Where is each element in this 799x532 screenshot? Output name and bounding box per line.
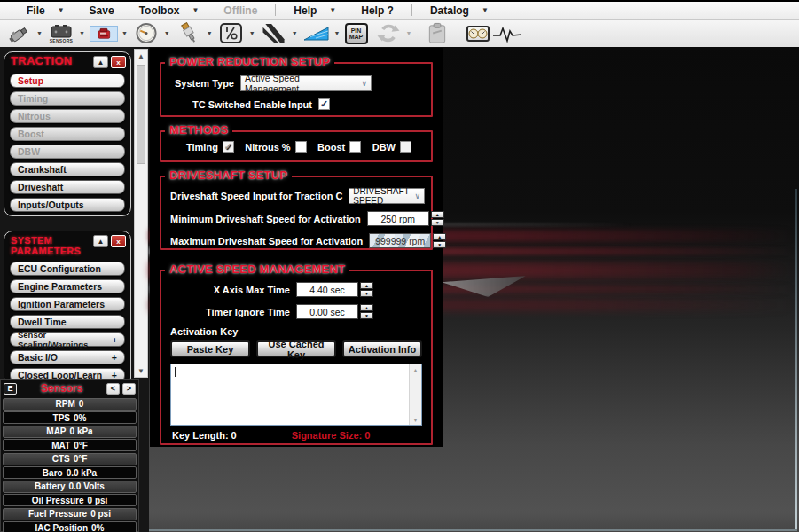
x-axis-max-time-label: X Axis Max Time [170,285,290,295]
menu-datalog[interactable]: Datalog▼ [418,4,501,17]
traction-panel-title: TRACTION [11,56,90,66]
group-title: POWER REDUCTION SETUP [165,55,334,68]
sensor-row-tps: TPS0% [3,411,137,424]
chevron-down-icon: ▼ [329,6,336,14]
chevron-down-icon[interactable]: ▼ [161,30,174,36]
sensor-row-mat: MAT0°F [3,439,137,451]
chevron-down-icon[interactable]: ▼ [331,30,344,36]
paste-key-button[interactable]: Paste Key [170,340,250,357]
dual-gauges-icon[interactable] [464,21,492,45]
menu-help[interactable]: Help▼ [281,4,349,17]
spin-down-icon[interactable]: ▼ [360,312,373,319]
sidebar-item-inputs-outputs[interactable]: Inputs/Outputs [10,198,125,212]
fuel-injector-icon[interactable] [4,21,33,45]
scrollbar-thumb[interactable] [137,65,145,164]
content-page: POWER REDUCTION SETUP System Type Active… [150,48,443,447]
sensor-row-oil-pressure: Oil Pressure0 psi [3,494,137,506]
chevron-down-icon[interactable]: ▼ [33,30,46,36]
spin-up-icon[interactable]: ▲ [360,282,373,289]
spin-up-icon[interactable]: ▲ [433,233,446,240]
scroll-up-icon[interactable]: ▲ [135,50,147,62]
sensor-row-rpm: RPM0 [3,398,137,411]
sidebar-item-dwell-time[interactable]: Dwell Time [10,315,125,329]
scroll-down-icon[interactable]: ▼ [135,364,147,377]
collapse-icon[interactable]: ▲ [93,235,108,247]
method-boost-checkbox[interactable] [349,141,361,153]
spin-up-icon[interactable]: ▲ [360,304,373,311]
io-icon[interactable] [217,21,246,45]
gauge-icon[interactable] [132,21,161,45]
min-driveshaft-speed-field[interactable]: 250 rpm [367,211,429,226]
sensor-row-cts: CTS0°F [3,453,137,466]
use-cached-key-button[interactable]: Use Cached Key [256,340,336,357]
traction-panel: TRACTION ▲ x Setup Timing Nitrous Boost … [4,51,131,216]
close-icon[interactable]: x [111,56,126,68]
methods-group: METHODS Timing✓ Nitrous % Boost DBW [160,130,433,162]
wedge-icon[interactable] [302,21,331,45]
sensors-expand-button[interactable]: E [4,383,17,395]
window-edge-highlight [149,529,797,531]
system-type-select[interactable]: Active Speed Management ∨ [240,75,372,91]
chevron-down-icon[interactable]: ▼ [118,30,131,36]
stripes-icon[interactable] [260,21,288,45]
x-axis-max-time-field[interactable]: 4.40 sec [296,282,358,297]
spin-down-icon[interactable]: ▼ [433,241,446,248]
pin-map-icon[interactable]: PIN MAP [345,23,368,44]
menu-toolbox[interactable]: Toolbox▼ [127,4,212,17]
sidebar-item-sensor-scaling-warnings[interactable]: Sensor Scaling/Warnings+ [10,332,125,347]
sidebar-item-basic-io[interactable]: Basic I/O+ [10,350,125,364]
menu-help-question[interactable]: Help ? [349,4,406,17]
chevron-down-icon[interactable]: ▼ [203,30,216,36]
sensor-label: Fuel Pressure [28,509,87,519]
sensors-prev-icon[interactable]: < [106,383,120,395]
system-parameters-title: SYSTEM PARAMETERS [11,235,90,256]
sidebar-item-dbw: DBW [10,145,125,159]
pin-map-line1: PIN [351,27,362,34]
sidebar-item-setup[interactable]: Setup [10,74,125,88]
sidebar-item-label: Inputs/Outputs [18,200,84,210]
sensor-label: Battery [35,481,65,491]
menu-file[interactable]: File▼ [14,4,77,17]
sidebar-item-driveshaft[interactable]: Driveshaft [10,180,125,194]
activation-info-button[interactable]: Activation Info [342,340,422,357]
ecu-icon[interactable] [90,26,118,42]
chevron-down-icon[interactable]: ▼ [288,30,302,36]
spin-up-icon[interactable]: ▲ [431,211,444,218]
sidebar-item-engine-parameters[interactable]: Engine Parameters [10,279,125,293]
tc-switched-enable-checkbox[interactable]: ✓ [318,98,330,110]
menu-save[interactable]: Save [77,4,127,17]
textarea-scrollbar[interactable]: ▲ ▼ [409,364,421,425]
sidebar-item-ignition-parameters[interactable]: Ignition Parameters [10,297,125,311]
collapse-icon[interactable]: ▲ [93,56,108,68]
sensor-label: IAC Position [35,523,88,532]
sensor-label: RPM [56,399,75,409]
pulse-icon[interactable] [493,21,521,45]
spin-down-icon[interactable]: ▼ [360,290,373,297]
method-nitrous-checkbox[interactable] [295,141,307,153]
driveshaft-input-select[interactable]: DRIVESHAFT SPEED ∨ [349,188,425,204]
spin-down-icon[interactable]: ▼ [431,219,444,226]
activation-key-textarea[interactable]: ▲ ▼ [170,364,422,426]
sensor-label: CTS [52,454,70,464]
sidebar-item-ecu-configuration[interactable]: ECU Configuration [10,262,125,276]
sidebar-item-crankshaft[interactable]: Crankshaft [10,162,125,176]
chevron-down-icon[interactable]: ▼ [75,30,89,36]
sidebar-item-label: Engine Parameters [18,281,102,292]
chevron-down-icon[interactable]: ▼ [246,30,259,36]
sidebar-scrollbar[interactable]: ▲ ▼ [134,49,148,378]
sensor-value: 0 [79,399,84,409]
sensors-next-icon[interactable]: > [122,383,136,395]
spark-plug-icon[interactable] [175,21,203,45]
timer-ignore-time-field[interactable]: 0.00 sec [296,304,358,319]
menu-offline-label: Offline [223,4,257,17]
method-timing-checkbox: ✓ [223,141,234,153]
scroll-up-icon[interactable]: ▲ [410,364,421,375]
group-title: DRIVESHAFT SETUP [165,168,292,182]
close-icon[interactable]: x [111,235,126,247]
min-driveshaft-speed-spinner: 250 rpm ▲▼ [367,211,444,226]
scroll-down-icon[interactable]: ▼ [410,414,421,425]
sensor-value: 0.0 Volts [69,481,105,491]
menu-save-label: Save [90,4,114,17]
sensors-icon[interactable]: SENSORS [47,21,75,45]
signature-size-text: Signature Size: 0 [292,430,371,441]
